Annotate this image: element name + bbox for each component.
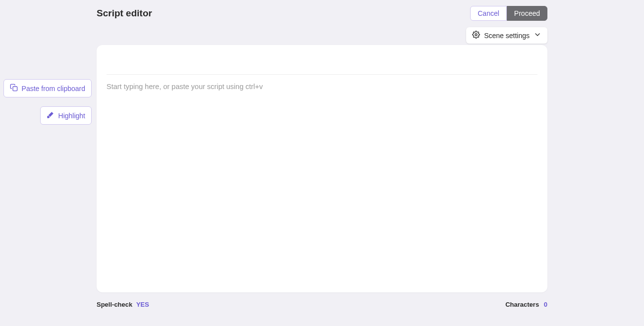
left-action-panel: Paste from clipboard Highlight — [0, 0, 97, 326]
characters-label: Characters — [505, 301, 539, 308]
cancel-button[interactable]: Cancel — [470, 6, 507, 21]
script-textarea[interactable]: Start typing here, or paste your script … — [107, 82, 537, 279]
spellcheck-status[interactable]: Spell-check YES — [97, 301, 149, 308]
svg-rect-0 — [13, 87, 17, 91]
paste-label: Paste from clipboard — [22, 85, 85, 93]
chevron-down-icon — [534, 31, 541, 40]
editor-panel: Start typing here, or paste your script … — [97, 45, 547, 292]
svg-point-1 — [475, 34, 477, 36]
footer: Spell-check YES Characters 0 — [97, 301, 547, 308]
spellcheck-label: Spell-check — [97, 301, 132, 308]
header-actions: Cancel Proceed — [470, 6, 547, 21]
scene-settings-label: Scene settings — [484, 32, 530, 40]
proceed-button[interactable]: Proceed — [507, 6, 547, 21]
page-title: Script editor — [97, 8, 152, 19]
spellcheck-value: YES — [136, 301, 149, 308]
highlighter-icon — [47, 111, 54, 120]
characters-value: 0 — [544, 301, 547, 308]
paste-from-clipboard-button[interactable]: Paste from clipboard — [3, 79, 92, 97]
highlight-button[interactable]: Highlight — [40, 106, 92, 125]
highlight-label: Highlight — [58, 112, 85, 120]
title-input-area[interactable] — [107, 55, 537, 75]
gear-icon — [472, 31, 480, 40]
header: Script editor Cancel Proceed — [97, 6, 547, 21]
characters-status: Characters 0 — [505, 301, 547, 308]
scene-settings-dropdown[interactable]: Scene settings — [466, 27, 547, 44]
clipboard-icon — [10, 84, 18, 93]
